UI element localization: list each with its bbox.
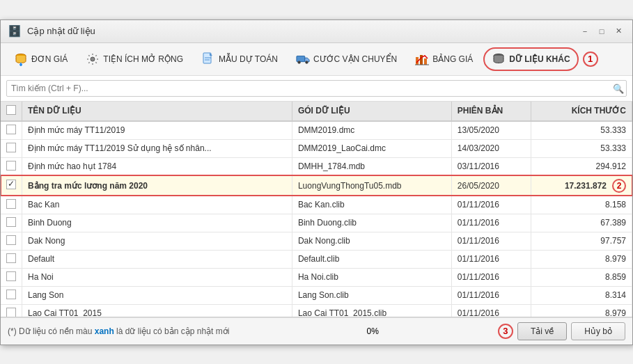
row-size: 53.333 [531,139,632,157]
row-checkbox-cell [1,268,22,286]
download-button[interactable]: Tải về [517,322,567,340]
col-header-checkbox [1,102,22,121]
minimize-button[interactable]: − [578,24,592,38]
footer-note: (*) Dữ liệu có nền màu xanh là dữ liệu c… [8,326,251,336]
row-package: DMM2019_LaoCai.dmc [292,139,451,157]
row-checkbox[interactable] [6,308,16,317]
progress-label: 0% [367,326,379,336]
gear-icon [86,52,100,66]
row-name: Định mức hao hụt 1784 [22,157,292,175]
row-package: Lang Son.clib [292,286,451,304]
footer-note-prefix: (*) Dữ liệu có nền màu [8,326,95,336]
row-name: Ha Noi [22,268,292,286]
row-checkbox-cell [1,304,22,317]
row-name: Bac Kan [22,196,292,214]
footer-note-suffix: là dữ liệu có bản cập nhật mới [114,326,230,336]
toolbar-label-du-lieu-khac: DỮ LIỆU KHÁC [509,54,570,64]
footer: (*) Dữ liệu có nền màu xanh là dữ liệu c… [1,317,632,345]
search-button[interactable]: 🔍 [613,83,624,93]
row-checkbox[interactable] [6,143,16,152]
row-package: DMHH_1784.mdb [292,157,451,175]
row-checkbox[interactable] [6,199,16,209]
row-checkbox[interactable] [6,290,16,299]
row-size: 8.859 [531,268,632,286]
svg-point-9 [306,61,308,63]
row-checkbox-cell [1,286,22,304]
col-header-ten-du-lieu: TÊN DỮ LIỆU [22,102,292,121]
row-checkbox[interactable] [6,235,16,245]
toolbar-btn-du-lieu-khac[interactable]: DỮ LIỆU KHÁC [483,47,578,71]
col-header-phien-ban: PHIÊN BẢN [451,102,531,121]
maximize-button[interactable]: □ [595,24,609,38]
row-package: Lao Cai TT01_2015.clib [292,304,451,317]
row-size: 53.333 [531,121,632,140]
table-row: Định mức hao hụt 1784DMHH_1784.mdb03/11/… [1,157,632,175]
row-checkbox[interactable] [6,271,16,281]
close-button[interactable]: ✕ [611,24,625,38]
row-checkbox-cell [1,232,22,250]
toolbar: ĐƠN GIÁ TIỆN ÍCH MỞ RỘNG M [1,43,632,76]
window-icon: 🗄️ [8,24,22,38]
row-version: 01/11/2016 [451,304,531,317]
table-row: Dak NongDak Nong.clib01/11/201697.757 [1,232,632,250]
main-window: 🗄️ Cập nhật dữ liệu − □ ✕ ĐƠN GIÁ [0,19,633,345]
footer-note-color: xanh [95,326,114,336]
svg-point-8 [298,61,301,63]
toolbar-btn-don-gia[interactable]: ĐƠN GIÁ [6,48,75,70]
row-checkbox[interactable] [6,180,16,189]
row-name: Dak Nong [22,232,292,250]
row-name: Lao Cai TT01_2015 [22,304,292,317]
toolbar-label-tien-ich: TIỆN ÍCH MỞ RỘNG [103,54,183,64]
table-body: Định mức máy TT11/2019DMM2019.dmc13/05/2… [1,121,632,317]
toolbar-label-don-gia: ĐƠN GIÁ [31,54,68,64]
toolbar-btn-mau-du-toan[interactable]: MẪU DỰ TOÁN [194,48,286,70]
data-table: TÊN DỮ LIỆU GÓI DỮ LIỆU PHIÊN BẢN KÍCH T… [1,102,632,317]
search-input[interactable] [6,80,627,97]
row-checkbox[interactable] [6,217,16,227]
table-row: Định mức máy TT11/2019DMM2019.dmc13/05/2… [1,121,632,140]
row-checkbox[interactable] [6,125,16,134]
row-checkbox-cell [1,157,22,175]
row-checkbox-cell [1,214,22,232]
cancel-button[interactable]: Hủy bỏ [571,322,625,340]
row-package: Default.clib [292,250,451,268]
row-checkbox-cell [1,175,22,196]
row-size: 67.389 [531,214,632,232]
table-row: Định mức máy TT11/2019 Sử dụng hệ số nhâ… [1,139,632,157]
svg-point-3 [91,57,95,61]
row-version: 13/05/2020 [451,121,531,140]
table-row: Lao Cai TT01_2015Lao Cai TT01_2015.clib0… [1,304,632,317]
row-checkbox[interactable] [6,253,16,263]
database-icon [14,52,28,66]
db-icon [492,52,506,66]
data-table-container: TÊN DỮ LIỆU GÓI DỮ LIỆU PHIÊN BẢN KÍCH T… [1,102,632,317]
row-size: 8.158 [531,196,632,214]
row-checkbox[interactable] [6,161,16,171]
annotation-badge-2: 2 [612,179,626,193]
row-name: Lang Son [22,286,292,304]
header-checkbox[interactable] [6,105,16,115]
row-version: 01/11/2016 [451,286,531,304]
annotation-badge-1: 1 [583,52,598,67]
truck-icon [296,52,310,66]
row-version: 26/05/2020 [451,175,531,196]
toolbar-btn-cuoc-van-chuyen[interactable]: CƯỚC VẬN CHUYỂN [288,48,405,70]
row-package: Binh Duong.clib [292,214,451,232]
title-bar-left: 🗄️ Cập nhật dữ liệu [8,24,95,38]
toolbar-btn-tien-ich[interactable]: TIỆN ÍCH MỞ RỘNG [78,48,191,70]
row-name: Bảng tra mức lương năm 2020 [22,175,292,196]
toolbar-btn-bang-gia[interactable]: BẢNG GIÁ [407,48,480,70]
title-bar: 🗄️ Cập nhật dữ liệu − □ ✕ [1,20,632,43]
progress-area: 0% [251,326,494,336]
title-controls: − □ ✕ [578,24,625,38]
row-package: Dak Nong.clib [292,232,451,250]
row-checkbox-cell [1,250,22,268]
table-row: Bac KanBac Kan.clib01/11/20168.158 [1,196,632,214]
table-row: Lang SonLang Son.clib01/11/20168.314 [1,286,632,304]
footer-buttons: 3 Tải về Hủy bỏ [494,322,625,340]
table-row: DefaultDefault.clib01/11/20168.979 [1,250,632,268]
row-size: 8.979 [531,304,632,317]
row-size: 8.314 [531,286,632,304]
row-name: Định mức máy TT11/2019 Sử dụng hệ số nhâ… [22,139,292,157]
row-version: 01/11/2016 [451,250,531,268]
